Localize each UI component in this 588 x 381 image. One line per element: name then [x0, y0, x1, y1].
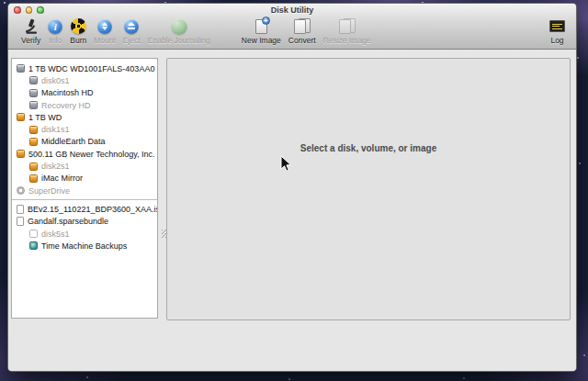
external-drive-icon: [17, 113, 25, 121]
list-item-image[interactable]: BEv2.15_110221_BDP3600_XAA.iso: [12, 203, 157, 215]
list-item-label: disk0s1: [41, 76, 70, 85]
journaling-icon: [171, 18, 187, 35]
internal-drive-icon: [29, 76, 38, 84]
log-button[interactable]: Log: [546, 17, 569, 45]
list-divider: [12, 199, 157, 200]
window-content: 1 TB WDC WD1001FALS-403AA0 Media disk0s1…: [8, 50, 576, 371]
external-drive-icon: [29, 162, 38, 171]
list-item-disk[interactable]: 500.11 GB Newer Technology, Inc.: [12, 148, 157, 160]
resize-image-button[interactable]: Resize Image: [320, 17, 375, 45]
window-header: Disk Utility Verify i Info Burn: [8, 4, 576, 50]
internal-drive-icon: [29, 101, 38, 109]
list-item-label: disk2s1: [41, 162, 70, 171]
list-item-label: iMac Mirror: [41, 174, 83, 183]
external-drive-icon: [29, 174, 38, 183]
internal-drive-icon: [17, 64, 25, 73]
verify-icon: [23, 17, 40, 35]
zoom-button[interactable]: [37, 6, 44, 14]
close-button[interactable]: [14, 6, 21, 14]
time-machine-icon: [29, 241, 38, 250]
list-item-label: BEv2.15_110221_BDP3600_XAA.iso: [28, 205, 158, 214]
list-item-volume[interactable]: MiddleEarth Data: [12, 136, 157, 148]
external-drive-icon: [29, 138, 38, 146]
burn-button[interactable]: Burn: [66, 17, 90, 45]
disk-image-icon: [17, 217, 24, 226]
list-item-label: disk1s1: [41, 125, 70, 134]
titlebar: Disk Utility: [8, 4, 576, 17]
list-item-label: Gandalf.sparsebundle: [28, 217, 108, 226]
toolbar-label: Burn: [70, 36, 86, 45]
convert-button[interactable]: Convert: [285, 17, 320, 45]
list-item-volume[interactable]: disk1s1: [12, 123, 157, 135]
list-item-volume[interactable]: Recovery HD: [12, 99, 157, 111]
enable-journaling-button[interactable]: Enable Journaling: [144, 17, 214, 45]
list-item-label: 1 TB WDC WD1001FALS-403AA0 Media: [28, 64, 158, 73]
external-drive-icon: [29, 126, 38, 134]
list-item-image[interactable]: Gandalf.sparsebundle: [12, 216, 157, 228]
plain-volume-icon: [29, 230, 38, 238]
internal-drive-icon: [29, 89, 38, 97]
info-icon: i: [48, 19, 62, 34]
disk-utility-window: Disk Utility Verify i Info Burn: [7, 3, 577, 372]
list-item-volume[interactable]: disk0s1: [12, 74, 157, 86]
eject-icon: [124, 19, 139, 34]
burn-icon: [71, 18, 86, 34]
list-item-label: Recovery HD: [41, 101, 91, 110]
minimize-button[interactable]: [26, 6, 33, 14]
resize-image-icon: [338, 18, 356, 34]
mount-button[interactable]: Mount: [90, 17, 119, 45]
detail-panel: Select a disk, volume, or image: [166, 58, 571, 320]
info-button[interactable]: i Info: [44, 17, 66, 45]
list-item-volume[interactable]: Time Machine Backups: [12, 240, 157, 252]
toolbar: Verify i Info Burn Mount Eject Enable Jo…: [8, 17, 576, 50]
list-item-volume[interactable]: Macintosh HD: [12, 87, 157, 99]
external-drive-icon: [17, 150, 25, 158]
toolbar-label: Mount: [94, 36, 116, 45]
toolbar-label: Enable Journaling: [148, 36, 210, 45]
new-image-icon: +: [255, 19, 267, 34]
window-title: Disk Utility: [8, 6, 576, 15]
toolbar-label: Eject: [123, 36, 141, 45]
toolbar-label: Verify: [21, 36, 40, 45]
eject-button[interactable]: Eject: [119, 17, 144, 45]
mount-icon: [97, 19, 112, 34]
list-item-disk[interactable]: 1 TB WD: [12, 111, 157, 123]
list-item-label: MiddleEarth Data: [41, 137, 106, 146]
list-item-disk[interactable]: 1 TB WDC WD1001FALS-403AA0 Media: [12, 62, 157, 74]
convert-icon: [293, 18, 311, 34]
list-item-label: SuperDrive: [28, 186, 70, 196]
list-item-volume[interactable]: disk5s1: [12, 228, 157, 240]
toolbar-label: Info: [49, 36, 62, 45]
list-item-volume[interactable]: disk2s1: [12, 160, 157, 172]
list-item-label: disk5s1: [41, 230, 70, 239]
optical-drive-icon: [17, 186, 25, 195]
list-item-label: Time Machine Backups: [41, 241, 127, 251]
select-prompt: Select a disk, volume, or image: [167, 143, 570, 153]
new-image-button[interactable]: + New Image: [238, 17, 285, 45]
toolbar-label: Convert: [288, 36, 316, 45]
disk-image-icon: [17, 205, 24, 214]
device-list: 1 TB WDC WD1001FALS-403AA0 Media disk0s1…: [11, 58, 158, 319]
toolbar-label: Log: [550, 36, 563, 45]
list-item-label: 1 TB WD: [28, 113, 62, 122]
log-icon: [549, 20, 565, 32]
list-item-disk[interactable]: SuperDrive: [12, 185, 157, 196]
toolbar-label: Resize Image: [323, 36, 371, 45]
list-item-label: Macintosh HD: [41, 88, 94, 97]
verify-button[interactable]: Verify: [17, 17, 44, 45]
list-item-volume[interactable]: iMac Mirror: [12, 173, 157, 185]
list-item-label: 500.11 GB Newer Technology, Inc.: [28, 150, 155, 159]
toolbar-label: New Image: [242, 36, 281, 45]
